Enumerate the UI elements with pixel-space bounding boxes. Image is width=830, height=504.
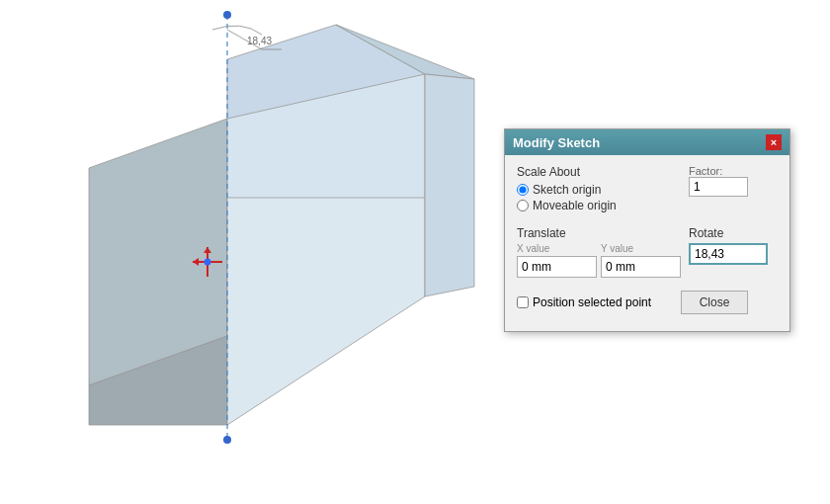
moveable-origin-row: Moveable origin [517, 199, 689, 212]
y-value-input[interactable] [601, 256, 681, 278]
position-selected-label: Position selected point [533, 295, 651, 309]
svg-point-15 [205, 259, 211, 266]
svg-text:18,43: 18,43 [247, 36, 272, 46]
factor-input[interactable] [689, 177, 748, 197]
bottom-row: Position selected point Close [517, 286, 778, 319]
rotate-input[interactable] [689, 243, 768, 265]
x-col: X value [517, 243, 597, 278]
svg-point-9 [223, 11, 231, 19]
factor-label: Factor: [689, 165, 774, 177]
scale-left: Scale About Sketch origin Moveable origi… [517, 165, 689, 218]
scale-about-section: Scale About Sketch origin Moveable origi… [517, 165, 778, 218]
translate-label: Translate [517, 226, 681, 240]
radio-group: Sketch origin Moveable origin [517, 183, 689, 212]
xy-row: X value Y value [517, 243, 681, 278]
modify-dialog: Modify Sketch × Scale About Sketch origi… [504, 128, 790, 332]
position-selected-checkbox[interactable] [517, 296, 529, 308]
translate-rotate-section: Translate X value Y value Rotate [517, 226, 778, 278]
rotate-section: Rotate [689, 226, 778, 278]
dialog-titlebar: Modify Sketch × [505, 129, 789, 155]
translate-section: Translate X value Y value [517, 226, 681, 278]
scale-about-label: Scale About [517, 165, 689, 179]
dialog-body: Scale About Sketch origin Moveable origi… [505, 155, 789, 331]
x-value-input[interactable] [517, 256, 597, 278]
scale-right: Factor: [689, 165, 778, 197]
moveable-origin-label: Moveable origin [533, 199, 617, 212]
y-value-label: Y value [601, 243, 681, 254]
sketch-origin-label: Sketch origin [533, 183, 601, 197]
sketch-origin-radio[interactable] [517, 184, 529, 196]
svg-marker-7 [425, 74, 474, 296]
x-value-label: X value [517, 243, 597, 254]
svg-point-10 [223, 436, 231, 444]
rotate-label: Rotate [689, 226, 778, 240]
titlebar-close-button[interactable]: × [766, 134, 782, 150]
position-selected-row: Position selected point [517, 295, 651, 309]
sketch-origin-row: Sketch origin [517, 183, 689, 197]
dialog-title: Modify Sketch [513, 135, 600, 150]
moveable-origin-radio[interactable] [517, 200, 529, 211]
close-button[interactable]: Close [681, 291, 749, 314]
y-col: Y value [601, 243, 681, 278]
